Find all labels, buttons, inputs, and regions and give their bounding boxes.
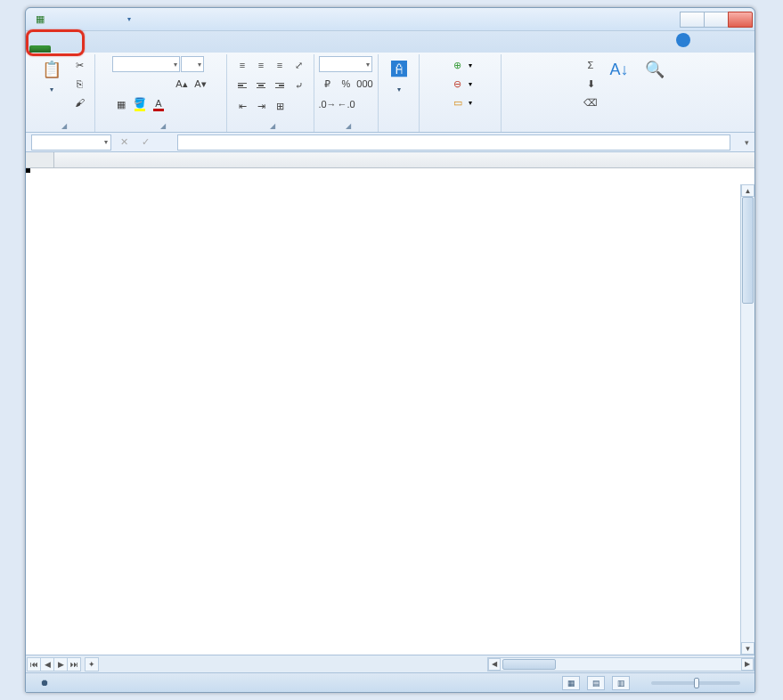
scroll-left-icon[interactable]: ◀ [488,658,501,671]
group-clipboard: 📋 ▾ ✂ ⎘ 🖌 ◢ [29,54,95,132]
scroll-up-icon[interactable]: ▲ [741,184,754,197]
sheet-nav-next-icon[interactable]: ▶ [53,657,68,672]
hscroll-thumb[interactable] [502,659,556,670]
underline-button[interactable] [150,75,167,93]
maximize-button[interactable] [704,12,729,28]
fill-color-icon[interactable]: 🪣 [131,95,149,113]
minimize-button[interactable] [680,12,705,28]
decrease-font-icon[interactable]: A▾ [192,75,209,93]
vertical-scrollbar[interactable]: ▲ ▼ [740,184,754,655]
view-normal-icon[interactable]: ▦ [562,676,580,690]
cut-icon[interactable]: ✂ [71,56,89,74]
spreadsheet-grid: ▲ ▼ [26,152,754,655]
name-box[interactable] [31,134,111,151]
mdi-minimize-icon[interactable] [696,33,710,47]
select-all-corner[interactable] [26,152,54,168]
sheet-nav-prev-icon[interactable]: ◀ [40,657,54,672]
view-pagebreak-icon[interactable]: ▥ [612,676,630,690]
clipboard-icon: 📋 [39,58,64,83]
font-name-combo[interactable] [112,56,180,72]
group-styles: 🅰 ▾ [379,54,420,132]
quick-print-icon[interactable] [104,12,118,27]
macro-record-icon[interactable]: ⏺ [40,678,49,688]
align-middle-icon[interactable]: ≡ [252,56,270,74]
clipboard-launcher-icon[interactable]: ◢ [61,122,67,130]
sort-filter-button[interactable]: A↓ [603,56,635,86]
align-top-icon[interactable]: ≡ [233,56,251,74]
align-left-icon[interactable] [233,77,251,94]
italic-button[interactable] [131,75,149,93]
delete-cell-icon: ⊖ [449,75,467,93]
scroll-right-icon[interactable]: ▶ [741,658,754,671]
align-center-icon[interactable] [252,77,270,94]
comma-icon[interactable]: 000 [356,75,374,93]
enter-formula-icon[interactable]: ✓ [136,134,154,151]
decrease-decimal-icon[interactable]: ←.0 [338,95,355,113]
styles-button[interactable]: 🅰 ▾ [383,56,415,96]
new-sheet-icon[interactable]: ✦ [85,657,99,672]
zoom-slider[interactable] [651,681,740,685]
number-format-combo[interactable] [319,56,372,72]
insert-cells-button[interactable]: ⊕▾ [449,56,472,74]
alignment-launcher-icon[interactable]: ◢ [270,122,275,130]
bold-button[interactable] [112,75,130,93]
font-size-combo[interactable] [181,56,204,72]
increase-indent-icon[interactable]: ⇥ [252,97,270,115]
merge-cells-icon[interactable]: ⊞ [271,97,289,115]
mdi-close-icon[interactable] [735,33,749,47]
align-right-icon[interactable] [271,77,289,94]
formula-input[interactable] [177,134,730,151]
ribbon-collapse-icon[interactable] [657,33,671,47]
column-headers [26,152,754,168]
group-font: A▴ A▾ ▦ 🪣 A ◢ [95,54,227,132]
number-launcher-icon[interactable]: ◢ [346,122,351,130]
mdi-restore-icon[interactable] [715,33,730,47]
app-window: ▦ ▾ 📋 [25,7,755,693]
title-bar: ▦ ▾ [26,8,754,31]
tab-file[interactable] [29,45,51,53]
insert-cell-icon: ⊕ [449,56,467,74]
horizontal-scrollbar[interactable]: ◀ ▶ [487,657,754,672]
paste-button[interactable]: 📋 ▾ [36,56,68,96]
close-button[interactable] [728,12,753,28]
wrap-text-icon[interactable]: ⤶ [290,77,307,94]
window-controls [681,12,753,28]
fx-icon[interactable] [158,134,174,151]
orientation-icon[interactable]: ⤢ [290,56,307,74]
sort-filter-icon: A↓ [607,58,632,83]
qat-customize-icon[interactable]: ▾ [122,12,136,27]
format-cells-button[interactable]: ▭▾ [449,94,472,111]
format-painter-icon[interactable]: 🖌 [71,94,89,111]
grid-body[interactable]: ▲ ▼ [26,168,754,655]
redo-icon[interactable] [86,12,101,27]
copy-icon[interactable]: ⎘ [71,75,89,93]
vscroll-thumb[interactable] [742,197,754,304]
undo-icon[interactable] [69,12,83,27]
borders-icon[interactable]: ▦ [112,95,130,113]
percent-icon[interactable]: % [338,75,355,93]
fill-icon[interactable]: ⬇ [582,75,599,93]
increase-font-icon[interactable]: A▴ [173,75,191,93]
font-color-icon[interactable]: A [150,95,167,113]
currency-icon[interactable]: ₽ [319,75,337,93]
save-icon[interactable] [51,12,65,27]
formula-expand-icon[interactable]: ▾ [745,138,749,147]
font-launcher-icon[interactable]: ◢ [160,122,166,130]
sheet-nav-last-icon[interactable]: ⏭ [67,657,81,672]
autosum-icon[interactable]: Σ [582,56,599,74]
excel-icon: ▦ [33,12,47,27]
find-select-button[interactable]: 🔍 [639,56,671,86]
cancel-formula-icon[interactable]: ✕ [115,134,133,151]
sheet-bar: ⏮ ◀ ▶ ⏭ ✦ ◀ ▶ [26,655,754,672]
decrease-indent-icon[interactable]: ⇤ [233,97,251,115]
delete-cells-button[interactable]: ⊖▾ [449,75,472,93]
increase-decimal-icon[interactable]: .0→ [319,95,337,113]
help-icon[interactable] [676,33,690,47]
align-bottom-icon[interactable]: ≡ [271,56,289,74]
scroll-down-icon[interactable]: ▼ [741,642,754,655]
active-cell-marker [26,168,29,172]
group-editing: Σ ⬇ ⌫ A↓ 🔍 [502,54,751,132]
view-layout-icon[interactable]: ▤ [587,676,605,690]
sheet-nav-first-icon[interactable]: ⏮ [27,657,41,672]
clear-icon[interactable]: ⌫ [582,94,599,111]
